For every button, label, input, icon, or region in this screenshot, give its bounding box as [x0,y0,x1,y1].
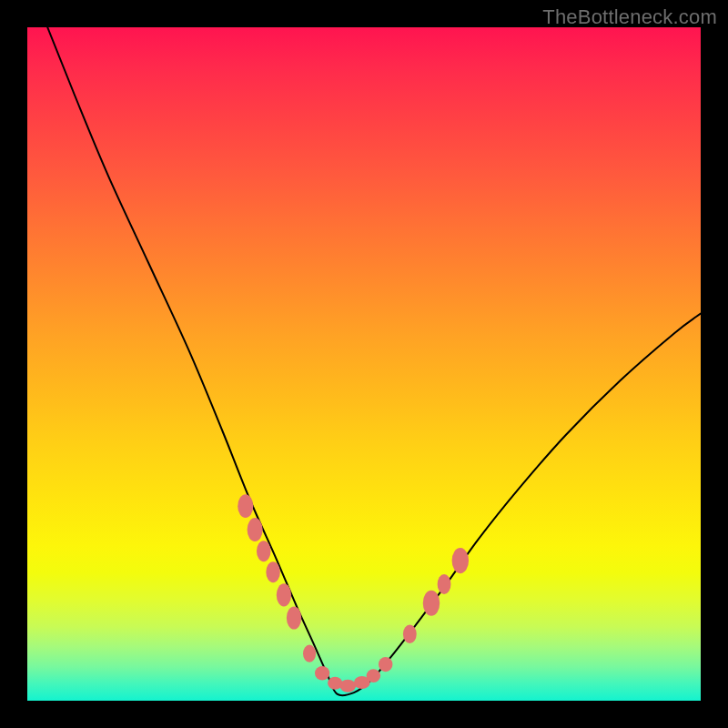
plot-area [27,27,701,701]
dot-trough-6 [379,657,393,672]
dot-right-branch-0 [403,624,417,643]
dot-left-branch-1 [248,518,263,541]
dot-left-branch-4 [277,583,291,606]
dot-trough-2 [328,677,342,690]
dot-trough-1 [315,666,329,681]
dot-trough-0 [303,645,316,662]
dot-right-branch-1 [423,591,440,616]
dot-right-branch-2 [438,574,451,594]
dot-trough-4 [354,676,370,689]
dot-left-branch-2 [257,541,271,561]
curve-path [27,27,701,695]
dot-trough-3 [339,680,356,693]
chart-root: TheBottleneck.com [0,0,728,728]
curve-layer [27,27,701,701]
dot-trough-5 [367,669,381,682]
dot-left-branch-5 [287,606,301,629]
dot-left-branch-0 [238,494,253,518]
watermark: TheBottleneck.com [542,5,717,29]
dots-layer [27,27,701,701]
dot-left-branch-3 [266,561,280,582]
dot-right-branch-3 [452,548,470,573]
